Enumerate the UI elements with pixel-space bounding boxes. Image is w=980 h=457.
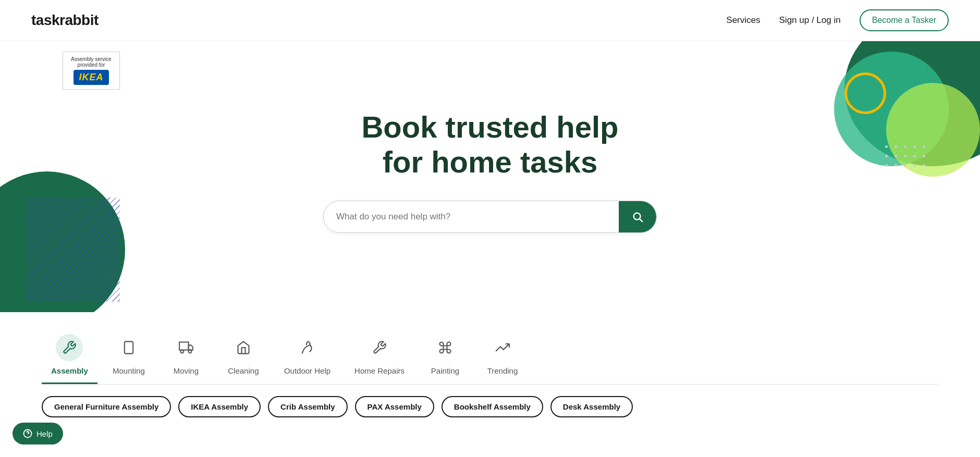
signup-link[interactable]: Sign up / Log in <box>779 15 841 26</box>
header: taskrabbit Services Sign up / Log in Bec… <box>0 0 980 41</box>
services-link[interactable]: Services <box>726 15 760 26</box>
stripe-decoration <box>26 197 120 302</box>
sub-category-pill[interactable]: General Furniture Assembly <box>42 396 171 417</box>
ikea-badge-line2: provided for <box>78 62 105 68</box>
sub-category-pill[interactable]: Desk Assembly <box>550 396 633 417</box>
svg-marker-5 <box>189 345 193 350</box>
category-tab-moving[interactable]: Moving <box>160 328 212 384</box>
tab-label-mounting: Mounting <box>113 366 145 375</box>
search-icon <box>632 211 643 223</box>
category-section: AssemblyMountingMovingCleaningOutdoor He… <box>0 312 980 384</box>
become-tasker-button[interactable]: Become a Tasker <box>860 9 949 31</box>
tab-label-trending: Trending <box>487 366 518 375</box>
circle-outline-decoration <box>844 72 886 114</box>
logo[interactable]: taskrabbit <box>31 12 99 29</box>
category-tab-outdoor[interactable]: Outdoor Help <box>275 328 340 384</box>
svg-point-7 <box>189 350 192 353</box>
sub-category-pill[interactable]: Bookshelf Assembly <box>442 396 543 417</box>
tab-icon-painting <box>432 334 459 361</box>
svg-rect-2 <box>125 341 133 353</box>
ikea-logo: IKEA <box>74 70 108 85</box>
tab-label-home-repairs: Home Repairs <box>354 366 405 375</box>
sub-category-pill[interactable]: Crib Assembly <box>268 396 347 417</box>
help-button[interactable]: Help <box>13 423 63 429</box>
search-bar <box>323 201 657 233</box>
svg-point-6 <box>180 350 183 353</box>
tab-icon-cleaning <box>230 334 257 361</box>
ikea-badge-line1: Assembly service <box>71 56 112 62</box>
category-tab-painting[interactable]: Painting <box>419 328 471 384</box>
tab-label-assembly: Assembly <box>51 366 88 375</box>
tab-icon-outdoor <box>293 334 321 361</box>
tab-icon-trending <box>489 334 516 361</box>
category-tabs: AssemblyMountingMovingCleaningOutdoor He… <box>42 328 938 384</box>
search-button[interactable] <box>619 201 656 233</box>
hero-section: Assembly service provided for IKEA Book … <box>0 41 980 312</box>
sub-category-pill[interactable]: PAX Assembly <box>355 396 434 417</box>
sub-categories: General Furniture AssemblyIKEA AssemblyC… <box>0 385 980 429</box>
category-tab-home-repairs[interactable]: Home Repairs <box>345 328 414 384</box>
tab-icon-moving <box>173 334 200 361</box>
category-tab-assembly[interactable]: Assembly <box>42 328 97 384</box>
search-input[interactable] <box>324 212 619 222</box>
tab-label-cleaning: Cleaning <box>228 366 259 375</box>
svg-rect-4 <box>179 342 189 350</box>
tab-label-moving: Moving <box>174 366 199 375</box>
tab-icon-mounting <box>115 334 142 361</box>
nav-right: Services Sign up / Log in Become a Taske… <box>726 9 949 31</box>
category-tab-trending[interactable]: Trending <box>476 328 529 384</box>
tab-icon-home-repairs <box>366 334 393 361</box>
hero-content: Book trusted help for home tasks <box>323 110 657 232</box>
ikea-badge: Assembly service provided for IKEA <box>63 52 120 90</box>
hero-title: Book trusted help for home tasks <box>323 110 657 179</box>
tab-label-outdoor: Outdoor Help <box>284 366 330 375</box>
dot-grid-decoration <box>885 145 928 169</box>
svg-line-1 <box>640 219 642 221</box>
category-tab-mounting[interactable]: Mounting <box>103 328 155 384</box>
tab-label-painting: Painting <box>431 366 459 375</box>
sub-category-pill[interactable]: IKEA Assembly <box>178 396 261 417</box>
tab-icon-assembly <box>56 334 83 361</box>
category-tab-cleaning[interactable]: Cleaning <box>217 328 270 384</box>
